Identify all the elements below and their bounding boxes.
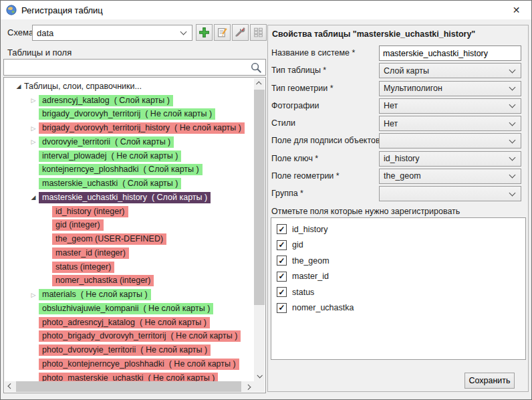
tree-item[interactable]: materials ( Не слой карты ): [4, 288, 265, 302]
tree-item[interactable]: masterskie_uchastki_history ( Слой карты…: [4, 191, 265, 205]
checkbox-icon[interactable]: [277, 287, 287, 297]
chevron-down-icon: [509, 172, 516, 179]
expander-arrow-icon[interactable]: [13, 83, 24, 90]
tree-search-box[interactable]: [3, 59, 266, 76]
tree-item[interactable]: photo_dvorovyie_territorii ( Не слой кар…: [4, 343, 265, 357]
table-structure-button[interactable]: [250, 24, 267, 41]
tree-item-label: dvorovyie_territorii ( Слой карты ): [39, 136, 174, 148]
tree-item[interactable]: masterskie_uchastki ( Слой карты ): [4, 177, 265, 191]
form-label: Стили: [271, 118, 295, 128]
add-schema-button[interactable]: [196, 24, 213, 41]
form-label: Поле ключ *: [271, 154, 318, 163]
form-select[interactable]: Мультиполигон: [379, 81, 521, 96]
edit-schema-button[interactable]: [214, 24, 231, 41]
tree-item[interactable]: brigady_dvorovyh_territorij ( Не слой ка…: [4, 108, 265, 122]
form-select[interactable]: [379, 133, 521, 148]
expander-arrow-icon[interactable]: [28, 194, 39, 201]
tree-item-label: interval_plowadej ( Не слой карты ): [39, 151, 181, 162]
field-name-label: the_geom: [292, 256, 329, 266]
form-select[interactable]: id_history: [379, 151, 521, 167]
schema-select[interactable]: data: [32, 25, 192, 41]
checkbox-icon[interactable]: [277, 272, 287, 282]
form-select[interactable]: Нет: [379, 98, 521, 114]
form-label: Фотографии: [271, 101, 319, 110]
field-checkbox-row[interactable]: gid: [271, 237, 525, 254]
scroll-down-icon[interactable]: [254, 371, 265, 381]
field-checkbox-row[interactable]: master_id: [271, 269, 525, 285]
save-button[interactable]: Сохранить: [464, 373, 515, 389]
expander-arrow-icon[interactable]: [28, 125, 39, 132]
chevron-down-icon: [509, 84, 516, 91]
tools-button[interactable]: [232, 24, 249, 41]
tree-item[interactable]: interval_plowadej ( Не слой карты ): [4, 149, 265, 163]
checkbox-icon[interactable]: [277, 240, 287, 250]
field-name-label: status: [292, 288, 314, 297]
fields-checkbox-list: id_history gid the_geom master_id status: [271, 217, 526, 360]
add-icon: [198, 27, 210, 38]
tree-item[interactable]: adresncyj_katalog ( Слой карты ): [4, 94, 265, 108]
expander-arrow-icon[interactable]: [28, 292, 39, 298]
form-label: Поле геометрии *: [271, 171, 340, 181]
vertical-scrollbar[interactable]: [254, 78, 265, 381]
form-row: Название в системе *: [271, 45, 525, 61]
vertical-scrollbar-thumb[interactable]: [254, 90, 265, 305]
tree-item[interactable]: photo_kontejnerncye_ploshhadki ( Не слой…: [4, 357, 265, 371]
tree-item[interactable]: master_id (integer): [4, 246, 265, 260]
close-icon[interactable]: ✕: [501, 1, 531, 19]
tree-item[interactable]: dvorovyie_territorii ( Слой карты ): [4, 135, 265, 149]
tree-item[interactable]: photo_adresncyj_katalog ( Не слой карты …: [4, 316, 265, 330]
field-name-label: id_history: [292, 225, 328, 234]
tree-item[interactable]: the_geom (USER-DEFINED): [4, 232, 265, 246]
tree-item-label: kontejnerncye_ploshhadki ( Слой карты ): [39, 164, 203, 175]
checkbox-icon[interactable]: [277, 303, 287, 313]
schema-select-value: data: [37, 28, 53, 38]
search-input[interactable]: [4, 60, 250, 75]
tree-item-label: Таблицы, слои, справочники...: [24, 81, 145, 92]
field-checkbox-row[interactable]: nomer_uchastka: [271, 300, 525, 316]
tree-item[interactable]: nomer_uchastka (integer): [4, 274, 265, 288]
tree-item-label: obsluzhivajuwie_kompanii ( Не слой карты…: [39, 303, 213, 314]
tree-item[interactable]: obsluzhivajuwie_kompanii ( Не слой карты…: [4, 302, 265, 316]
scrollbar-corner: [254, 381, 265, 392]
horizontal-scrollbar-thumb[interactable]: [16, 381, 241, 392]
properties-form: Название в системе * Тип таблицы * Слой …: [271, 45, 525, 203]
tree-item[interactable]: id_history (integer): [4, 205, 265, 219]
field-name-label: nomer_uchastka: [292, 303, 354, 312]
tree-item[interactable]: brigady_dvorovyh_territorij_history ( Не…: [4, 121, 265, 135]
form-label: Тип геометрии *: [271, 84, 334, 93]
field-checkbox-row[interactable]: id_history: [271, 221, 525, 237]
scroll-left-icon[interactable]: [5, 381, 15, 392]
tree-item-label: the_geom (USER-DEFINED): [52, 233, 166, 245]
scroll-up-icon[interactable]: [254, 78, 265, 89]
field-name-label: gid: [292, 240, 303, 249]
field-checkbox-row[interactable]: status: [271, 284, 525, 300]
tables-tree: Таблицы, слои, справочники... adresncyj_…: [3, 77, 266, 393]
scroll-right-icon[interactable]: [243, 381, 254, 392]
tree-item-label: nomer_uchastka (integer): [52, 275, 154, 286]
tree-item[interactable]: kontejnerncye_ploshhadki ( Слой карты ): [4, 163, 265, 177]
tree-item-label: materials ( Не слой карты ): [39, 289, 151, 300]
form-select[interactable]: Нет: [379, 116, 521, 131]
form-label: Группа *: [271, 189, 303, 198]
expander-arrow-icon[interactable]: [28, 138, 39, 145]
tree-rows: Таблицы, слои, справочники... adresncyj_…: [4, 78, 265, 393]
checkbox-icon[interactable]: [277, 224, 287, 234]
table-structure-icon: [253, 27, 264, 38]
tree-item[interactable]: status (integer): [4, 260, 265, 274]
form-select[interactable]: Слой карты: [379, 63, 521, 78]
checkbox-icon[interactable]: [277, 256, 287, 266]
tree-item-label: photo_kontejnerncye_ploshhadki ( Не слой…: [39, 359, 239, 370]
tree-item[interactable]: gid (integer): [4, 219, 265, 233]
field-checkbox-row[interactable]: the_geom: [271, 253, 525, 269]
form-select[interactable]: [379, 186, 521, 201]
form-text-input[interactable]: [379, 45, 521, 61]
tree-item[interactable]: Таблицы, слои, справочники...: [4, 80, 265, 94]
form-select[interactable]: the_geom: [379, 169, 521, 184]
expander-arrow-icon[interactable]: [28, 97, 39, 104]
tree-item-label: status (integer): [52, 262, 114, 273]
form-select-value: Мультиполигон: [384, 84, 442, 93]
tree-item-label: brigady_dvorovyh_territorij_history ( Не…: [39, 122, 245, 134]
horizontal-scrollbar[interactable]: [5, 381, 254, 392]
tree-item[interactable]: photo_brigady_dvorovyh_territorij ( Не с…: [4, 330, 265, 344]
edit-icon: [217, 27, 228, 38]
